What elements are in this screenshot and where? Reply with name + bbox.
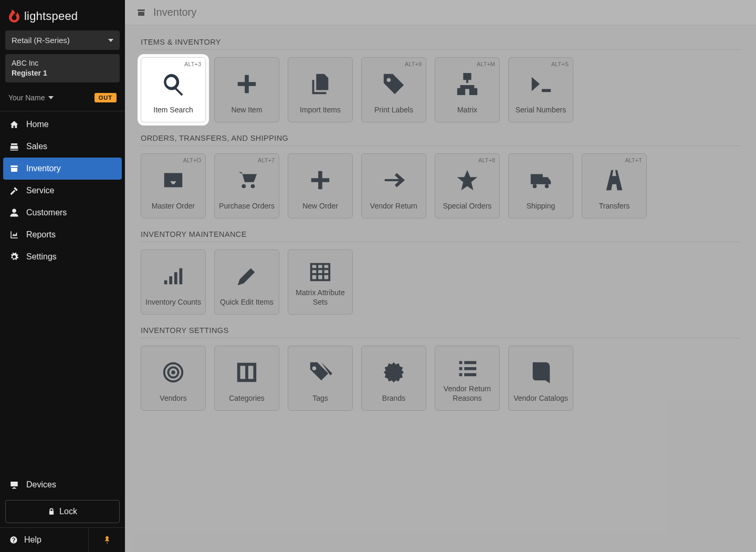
hierarchy-icon: [455, 72, 479, 96]
card-special-orders[interactable]: ALT+8 Special Orders: [435, 153, 500, 218]
plus-icon: [235, 72, 259, 96]
lock-button[interactable]: Lock: [5, 500, 120, 523]
inbox-icon: [161, 168, 185, 192]
section-title-maintenance: INVENTORY MAINTENANCE: [141, 230, 740, 242]
svg-point-2: [171, 370, 175, 374]
plus-icon: [308, 168, 332, 192]
nav-reports[interactable]: Reports: [0, 224, 125, 246]
card-brands[interactable]: Brands: [361, 346, 426, 411]
shortcut: ALT+O: [183, 157, 201, 163]
tag-icon: [382, 72, 406, 96]
main-area: Inventory ITEMS & INVENTORY ALT+3 Item S…: [125, 0, 756, 552]
star-icon: [455, 168, 479, 192]
card-label: Matrix: [457, 106, 477, 115]
card-item-search[interactable]: ALT+3 Item Search: [141, 57, 206, 122]
cart-icon: [235, 168, 259, 192]
clock-out-badge[interactable]: OUT: [94, 93, 117, 102]
list-icon: [455, 356, 479, 380]
card-label: Vendors: [160, 394, 186, 403]
flame-icon: [8, 9, 20, 23]
card-import-items[interactable]: Import Items: [288, 57, 353, 122]
card-label: Purchase Orders: [219, 202, 275, 211]
page-header: Inventory: [125, 0, 756, 25]
search-icon: [161, 72, 185, 96]
shortcut: ALT+9: [405, 61, 422, 67]
card-shipping[interactable]: Shipping: [508, 153, 573, 218]
nav-devices[interactable]: Devices: [0, 474, 125, 496]
card-label: Item Search: [153, 106, 193, 115]
monitor-icon: [9, 480, 19, 489]
shortcut: ALT+S: [551, 61, 569, 67]
nav-settings[interactable]: Settings: [0, 246, 125, 268]
card-label: Master Order: [152, 202, 195, 211]
card-print-labels[interactable]: ALT+9 Print Labels: [361, 57, 426, 122]
card-matrix-sets[interactable]: Matrix Attribute Sets: [288, 249, 353, 315]
user-row: Your Name OUT: [0, 88, 125, 109]
card-label: Categories: [229, 394, 265, 403]
files-icon: [308, 72, 332, 96]
grid-icon: [308, 260, 332, 284]
lock-label: Lock: [59, 507, 77, 516]
card-categories[interactable]: Categories: [214, 346, 279, 411]
user-name[interactable]: Your Name: [8, 93, 45, 102]
columns-icon: [235, 360, 259, 384]
store-register-box[interactable]: ABC Inc Register 1: [5, 54, 120, 82]
brand-logo: lightspeed: [0, 0, 125, 30]
archive-icon: [9, 164, 19, 173]
nav-service[interactable]: Service: [0, 180, 125, 202]
section-title-items: ITEMS & INVENTORY: [141, 38, 740, 50]
product-selector[interactable]: Retail (R-Series): [5, 30, 120, 50]
card-new-order[interactable]: New Order: [288, 153, 353, 218]
help-icon: [9, 536, 18, 544]
nav-home[interactable]: Home: [0, 113, 125, 136]
help-label: Help: [24, 535, 41, 545]
card-serial-numbers[interactable]: ALT+S Serial Numbers: [508, 57, 573, 122]
card-transfers[interactable]: ALT+T Transfers: [582, 153, 647, 218]
section-title-settings: INVENTORY SETTINGS: [141, 326, 740, 338]
nav-label: Devices: [26, 480, 56, 489]
card-label: Vendor Return: [370, 202, 417, 211]
pencil-icon: [235, 264, 259, 288]
chevron-down-icon: [108, 39, 113, 42]
nav-sales[interactable]: Sales: [0, 136, 125, 158]
card-matrix[interactable]: ALT+M Matrix: [435, 57, 500, 122]
card-label: Vendor Return Reasons: [438, 384, 496, 403]
home-icon: [9, 120, 19, 129]
help-button[interactable]: Help: [0, 528, 88, 552]
card-label: Print Labels: [374, 106, 413, 115]
road-icon: [602, 168, 626, 192]
card-quick-edit[interactable]: Quick Edit Items: [214, 249, 279, 315]
card-label: New Order: [302, 202, 338, 211]
seal-icon: [382, 360, 406, 384]
nav-label: Home: [26, 120, 49, 129]
primary-nav: Home Sales Inventory Service Customers R…: [0, 111, 125, 268]
card-inventory-counts[interactable]: Inventory Counts: [141, 249, 206, 315]
nav-inventory[interactable]: Inventory: [3, 158, 122, 180]
pin-button[interactable]: [88, 528, 125, 552]
product-selector-label: Retail (R-Series): [12, 36, 70, 45]
section-title-orders: ORDERS, TRANSFERS, AND SHIPPING: [141, 134, 740, 146]
card-label: Inventory Counts: [145, 298, 201, 307]
card-master-order[interactable]: ALT+O Master Order: [141, 153, 206, 218]
nav-customers[interactable]: Customers: [0, 202, 125, 224]
chart-icon: [9, 230, 19, 239]
card-tags[interactable]: Tags: [288, 346, 353, 411]
target-icon: [161, 360, 185, 384]
truck-icon: [529, 168, 553, 192]
card-vendor-return-reasons[interactable]: Vendor Return Reasons: [435, 346, 500, 411]
card-vendors[interactable]: Vendors: [141, 346, 206, 411]
card-new-item[interactable]: New Item: [214, 57, 279, 122]
card-label: Shipping: [527, 202, 555, 211]
card-purchase-orders[interactable]: ALT+7 Purchase Orders: [214, 153, 279, 218]
brand-text: lightspeed: [24, 9, 78, 23]
card-label: Import Items: [300, 106, 341, 115]
register-icon: [9, 142, 19, 151]
archive-icon: [136, 8, 146, 17]
sidebar: lightspeed Retail (R-Series) ABC Inc Reg…: [0, 0, 125, 552]
card-vendor-catalogs[interactable]: Vendor Catalogs: [508, 346, 573, 411]
card-vendor-return[interactable]: Vendor Return: [361, 153, 426, 218]
card-label: Brands: [382, 394, 405, 403]
card-label: Serial Numbers: [516, 106, 566, 115]
nav-label: Inventory: [26, 164, 61, 173]
shortcut: ALT+3: [184, 61, 201, 67]
